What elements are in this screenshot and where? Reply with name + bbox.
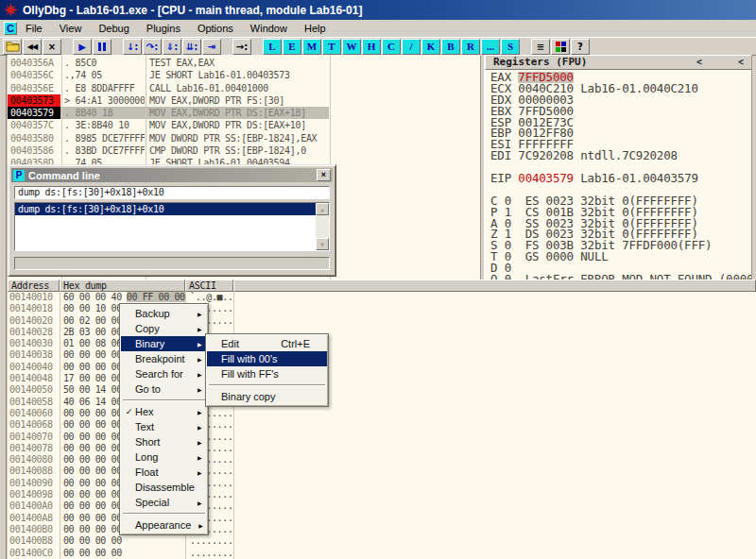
disasm-row[interactable]: 00403586 . 83BD DCE7FFFF CMP DWORD PTR S… (8, 144, 480, 157)
menu-item[interactable]: Binary ▶ (121, 336, 207, 351)
animate-over-button[interactable]: ⇊: (182, 39, 201, 55)
menu-item[interactable]: Breakpoint ▶ (121, 351, 207, 366)
dump-row[interactable]: 001400B8 00 00 00 00 ........ (8, 535, 756, 547)
menu-item[interactable]: Float ▶ (121, 465, 207, 480)
menu-bar-item[interactable]: Window (242, 20, 296, 37)
menu-item[interactable]: Special ▶ (121, 495, 207, 510)
register-line[interactable]: P 1 CS 001B 32bit 0(FFFFFFFF) (490, 207, 751, 218)
disasm-row[interactable]: 00403573 > 64:A1 30000000 MOV EAX,DWORD … (8, 94, 480, 107)
menu-item[interactable]: Copy ▶ (121, 321, 207, 336)
register-line[interactable]: C 0 ES 0023 32bit 0(FFFFFFFF) (490, 195, 751, 207)
registers-pane[interactable]: Registers (FPU) < < EAX 7FFD5000 ECX 004… (485, 55, 752, 280)
chevron-left-icon[interactable]: < (738, 56, 744, 69)
toolbar-pane-letter-button[interactable]: R (461, 39, 480, 55)
register-line[interactable]: T 0 GS 0000 NULL (490, 251, 751, 263)
help-button[interactable]: ? (571, 39, 590, 55)
register-line[interactable]: ESI FFFFFFFF (490, 139, 751, 150)
disasm-row[interactable]: 0040356E . E8 8DDAFFFF CALL Lab16-01.004… (8, 82, 480, 94)
menu-item[interactable]: Appearance ▶ (121, 517, 207, 533)
menu-item[interactable]: Long ▶ (121, 449, 207, 465)
chevron-left-icon[interactable]: < (696, 56, 702, 69)
dump-header-ascii[interactable]: ASCII (185, 280, 233, 292)
toolbar-pane-letter-button[interactable]: E (283, 39, 301, 55)
command-line-title-bar[interactable]: P Command line × (11, 168, 333, 182)
menu-item[interactable]: Fill with FF's (207, 366, 327, 381)
toolbar-pane-letter-button[interactable]: C (382, 39, 401, 55)
menu-item[interactable]: ✓ Hex ▶ (121, 404, 207, 419)
disasm-row[interactable]: 0040356C .,74 05 JE SHORT Lab16-01.00403… (8, 69, 480, 81)
toolbar-pane-letter-button[interactable]: M (302, 39, 321, 55)
history-scrollbar[interactable]: ▲ ▼ (316, 203, 329, 250)
menu-bar-item[interactable]: Help (296, 20, 335, 37)
toolbar-pane-letter-button[interactable]: ... (481, 39, 500, 55)
dump-row[interactable]: 001400C0 00 00 00 00 ........ (8, 548, 756, 559)
menu-item[interactable]: Fill with 00's (207, 351, 327, 366)
appearance-options-button[interactable] (551, 39, 570, 55)
disasm-row[interactable]: 00403580 . 8985 DCE7FFFF MOV DWORD PTR S… (8, 132, 480, 144)
disasm-row[interactable]: 0040356A . 85C0 TEST EAX,EAX (8, 57, 480, 69)
pause-button[interactable] (93, 39, 112, 55)
dump-header-hex[interactable]: Hex dump (60, 280, 185, 292)
menu-bar-item[interactable]: View (51, 20, 91, 37)
menu-item[interactable] (121, 397, 207, 404)
menu-item[interactable]: Disassemble (121, 480, 207, 495)
register-line[interactable]: D 0 (490, 263, 751, 274)
menu-item[interactable]: Short ▶ (121, 434, 207, 449)
close-program-button[interactable]: × (43, 39, 61, 55)
step-into-button[interactable]: ↓: (123, 39, 142, 55)
dump-header-address[interactable]: Address (8, 280, 60, 292)
windows-list-button[interactable]: ≡ (531, 39, 550, 55)
menu-item[interactable] (121, 510, 207, 517)
menu-item[interactable]: Go to ▶ (121, 381, 207, 397)
dump-column-divider[interactable] (60, 292, 60, 559)
register-line[interactable]: S 0 FS 003B 32bit 7FFDF000(FFF) (490, 240, 751, 251)
register-line[interactable]: EAX 7FFD5000 (490, 72, 751, 83)
dump-row[interactable]: 00140010 60 00 00 4000 FF 00 00 `..@.■.. (8, 292, 756, 303)
register-line[interactable]: EDX 00000003 (490, 94, 751, 106)
disasm-row[interactable]: 0040357C . 3E:8B40 10 MOV EAX,DWORD PTR … (8, 119, 480, 131)
step-over-button[interactable]: ↷: (143, 39, 162, 55)
register-line[interactable]: EBP 0012FF80 (490, 127, 751, 139)
open-file-button[interactable] (3, 39, 22, 55)
command-input[interactable]: dump ds:[fs:[30]+0x18]+0x10 (14, 186, 330, 199)
menu-item[interactable]: Search for ▶ (121, 366, 207, 381)
register-line[interactable]: EBX 7FFD5000 (490, 106, 751, 117)
toolbar-pane-letter-button[interactable]: W (342, 39, 361, 55)
menu-item[interactable]: Binary copy (207, 389, 327, 404)
register-line[interactable]: EIP 00403579 Lab16-01.00403579 (490, 173, 751, 184)
register-line[interactable]: ECX 0040C210 Lab16-01.0040C210 (490, 83, 751, 94)
disasm-row[interactable]: 00403579 . 8B40 18 MOV EAX,DWORD PTR DS:… (8, 107, 480, 119)
menu-bar-item[interactable]: Plugins (138, 20, 189, 37)
toolbar-pane-letter-button[interactable]: / (402, 39, 421, 55)
command-history-list[interactable]: dump ds:[fs:[30]+0x18]+0x10 ▲ ▼ (14, 202, 330, 251)
menu-item[interactable]: Edit Ctrl+E (207, 336, 327, 351)
toolbar-pane-letter-button[interactable]: B (441, 39, 460, 55)
register-line[interactable]: EDI 7C920208 ntdll.7C920208 (490, 150, 751, 161)
scroll-down-icon[interactable]: ▼ (316, 238, 329, 250)
menu-item[interactable] (207, 381, 327, 389)
close-icon[interactable]: × (317, 169, 331, 181)
execute-till-return-button[interactable]: ⇥ (202, 39, 221, 55)
toolbar-pane-letter-button[interactable]: K (421, 39, 440, 55)
register-line[interactable]: ESP 0012E73C (490, 117, 751, 128)
menu-item[interactable]: Text ▶ (121, 419, 207, 434)
command-history-item-selected[interactable]: dump ds:[fs:[30]+0x18]+0x10 (15, 203, 316, 215)
menu-item[interactable]: Backup ▶ (121, 306, 207, 321)
toolbar-pane-letter-button[interactable]: H (362, 39, 381, 55)
menu-bar-item[interactable]: File (17, 20, 51, 37)
animate-into-button[interactable]: ⇓: (163, 39, 181, 55)
register-line[interactable]: Z 1 DS 0023 32bit 0(FFFFFFFF) (490, 229, 751, 240)
toolbar-pane-letter-button[interactable]: T (322, 39, 341, 55)
register-line[interactable] (490, 184, 751, 195)
menu-bar-item[interactable]: Debug (90, 20, 137, 37)
register-line[interactable]: A 0 SS 0023 32bit 0(FFFFFFFF) (490, 218, 751, 229)
menu-bar-item[interactable]: Options (189, 20, 242, 37)
scroll-up-icon[interactable]: ▲ (316, 203, 329, 215)
toolbar-pane-letter-button[interactable]: L (263, 39, 282, 55)
run-button[interactable]: ▶ (73, 39, 92, 55)
toolbar-pane-letter-button[interactable]: S (501, 39, 520, 55)
restart-button[interactable]: ◀◀ (23, 39, 42, 55)
dump-column-divider[interactable] (233, 292, 234, 559)
go-to-address-button[interactable]: →: (232, 39, 251, 55)
cpu-window-icon[interactable]: C (4, 22, 17, 35)
